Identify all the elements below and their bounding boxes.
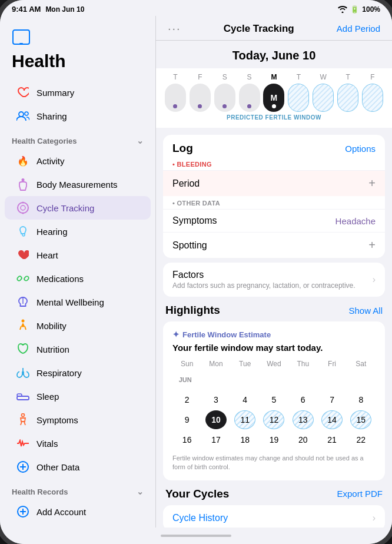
cal-dot-1 [198, 104, 202, 108]
sidebar-item-hearing[interactable]: Hearing [5, 220, 151, 243]
sidebar-item-mental-label: Mental Wellbeing [36, 297, 104, 307]
sidebar-item-nutrition-label: Nutrition [36, 344, 69, 354]
cal-bubbles-row: M [163, 84, 385, 112]
sidebar-item-body-measurements[interactable]: Body Measurements [5, 173, 151, 196]
brain-icon [16, 296, 29, 309]
highlight-description: Your fertile window may start today. [172, 343, 376, 353]
svg-point-4 [22, 178, 25, 181]
symptoms-label: Symptoms [172, 215, 217, 226]
cal-dot-0 [173, 104, 177, 108]
svg-rect-10 [24, 276, 29, 281]
cal-bubble-6[interactable] [313, 84, 334, 112]
health-records-header: Health Records ⌄ [0, 479, 155, 500]
cycle-history-label: Cycle History [172, 513, 228, 523]
mini-cal-fertile-11: 11 [234, 410, 255, 429]
factors-row[interactable]: Factors Add factors such as pregnancy, l… [163, 263, 385, 297]
mini-cal-fertile-13: 13 [293, 410, 314, 429]
other-data-label: • OTHER DATA [163, 196, 385, 209]
sidebar-item-mobility-label: Mobility [36, 321, 67, 331]
log-title: Log [172, 142, 193, 155]
chevron-down-icon-2: ⌄ [137, 487, 144, 496]
sidebar-item-heart[interactable]: Heart [5, 243, 151, 267]
factors-label: Factors [172, 270, 356, 280]
mini-cal-week-3: 16 17 18 19 20 21 22 [172, 430, 376, 449]
status-bar: 9:41 AM Mon Jun 10 🔋 100% [0, 0, 392, 16]
fertile-window-label: PREDICTED FERTILE WINDOW [163, 114, 385, 121]
svg-rect-14 [17, 394, 22, 396]
export-pdf-button[interactable]: Export PDF [337, 489, 383, 499]
mini-cal-note: Fertile window estimates may change and … [172, 454, 376, 472]
mini-cal-week-2: 9 10 11 12 13 14 15 [172, 410, 376, 429]
period-plus-icon[interactable]: + [368, 177, 376, 190]
sidebar-item-sharing[interactable]: Sharing [5, 104, 151, 128]
sidebar-item-vitals[interactable]: Vitals [5, 432, 151, 455]
sidebar-item-medications[interactable]: Medications [5, 267, 151, 290]
date-header: Today, June 10 [156, 41, 392, 68]
categories-header: Health Categories ⌄ [0, 128, 155, 149]
chevron-down-icon: ⌄ [137, 136, 144, 145]
cal-bubble-2[interactable] [214, 84, 235, 112]
figure-icon [16, 413, 29, 426]
cal-bubble-3[interactable] [239, 84, 260, 112]
sidebar-item-respiratory[interactable]: Respiratory [5, 361, 151, 384]
log-row-spotting[interactable]: Spotting + [163, 232, 385, 258]
show-all-button[interactable]: Show All [348, 306, 383, 316]
svg-point-7 [22, 202, 24, 204]
sidebar-item-summary[interactable]: Summary [5, 81, 151, 104]
content-area: ··· Cycle Tracking Add Period Today, Jun… [156, 16, 392, 528]
home-indicator [161, 535, 231, 537]
mini-cal-day-headers: Sun Mon Tue Wed Thu Fri Sat [172, 360, 376, 368]
sidebar-item-cycle-label: Cycle Tracking [36, 203, 94, 213]
highlights-title: Highlights [165, 304, 220, 317]
log-header: Log Options [163, 135, 385, 157]
star-icon: ✦ [172, 330, 180, 339]
cal-dot-2 [222, 104, 227, 108]
svg-point-6 [21, 205, 25, 210]
cycles-header: Your Cycles Export PDF [163, 487, 385, 505]
spotting-plus-icon[interactable]: + [368, 238, 376, 252]
cycle-history-row[interactable]: Cycle History › [163, 505, 385, 528]
sidebar-item-activity[interactable]: 🔥 Activity [5, 149, 151, 173]
svg-point-5 [18, 203, 28, 213]
sidebar-item-cycle-tracking[interactable]: Cycle Tracking [5, 196, 151, 220]
cal-dot-3 [247, 104, 251, 108]
content-header: ··· Cycle Tracking Add Period [156, 16, 392, 41]
cal-bubble-7[interactable] [337, 84, 358, 112]
mini-cal-week-1: 2 3 4 5 6 7 8 [172, 390, 376, 409]
sidebar-item-sleep-label: Sleep [36, 392, 59, 402]
cal-days-row: T F S S M T W T F [163, 73, 385, 81]
cycles-section: Your Cycles Export PDF Cycle History › [163, 487, 385, 528]
log-options-button[interactable]: Options [345, 144, 376, 154]
log-row-symptoms[interactable]: Symptoms Headache [163, 209, 385, 232]
svg-point-15 [22, 414, 25, 417]
apple-icon [16, 343, 29, 356]
sidebar-header: Health [0, 23, 155, 81]
cal-bubble-8[interactable] [362, 84, 383, 112]
cal-bubble-today[interactable]: M [263, 84, 284, 112]
sidebar: Health Summary Sharing Health Categories… [0, 16, 156, 528]
cal-bubble-5[interactable] [288, 84, 309, 112]
sidebar-item-add-account[interactable]: Add Account [5, 500, 151, 523]
cal-bubble-0[interactable] [165, 84, 186, 112]
status-icons: 🔋 100% [338, 5, 380, 14]
svg-point-2 [19, 112, 24, 117]
sidebar-item-sharing-label: Sharing [36, 111, 67, 121]
svg-rect-1 [19, 43, 23, 44]
battery-icon: 🔋 [350, 5, 359, 14]
plus-circle-icon [16, 460, 29, 473]
sidebar-item-sleep[interactable]: Sleep [5, 384, 151, 408]
add-period-button[interactable]: Add Period [337, 24, 380, 34]
sidebar-item-symptoms[interactable]: Symptoms [5, 408, 151, 432]
sidebar-item-nutrition[interactable]: Nutrition [5, 337, 151, 361]
sidebar-item-clinical-docs[interactable]: Clinical Documents [5, 523, 151, 528]
sidebar-item-mobility[interactable]: Mobility [5, 314, 151, 337]
dots-menu[interactable]: ··· [168, 22, 181, 35]
mini-cal-fertile-15: 15 [350, 410, 371, 429]
log-row-period[interactable]: Period + [163, 170, 385, 196]
sidebar-item-other-data[interactable]: Other Data [5, 455, 151, 479]
cal-bubble-1[interactable] [190, 84, 211, 112]
status-date: Mon Jun 10 [45, 5, 84, 14]
factors-chevron-icon: › [373, 274, 376, 285]
month-label: JUN [177, 370, 198, 389]
sidebar-item-mental-wellbeing[interactable]: Mental Wellbeing [5, 290, 151, 314]
